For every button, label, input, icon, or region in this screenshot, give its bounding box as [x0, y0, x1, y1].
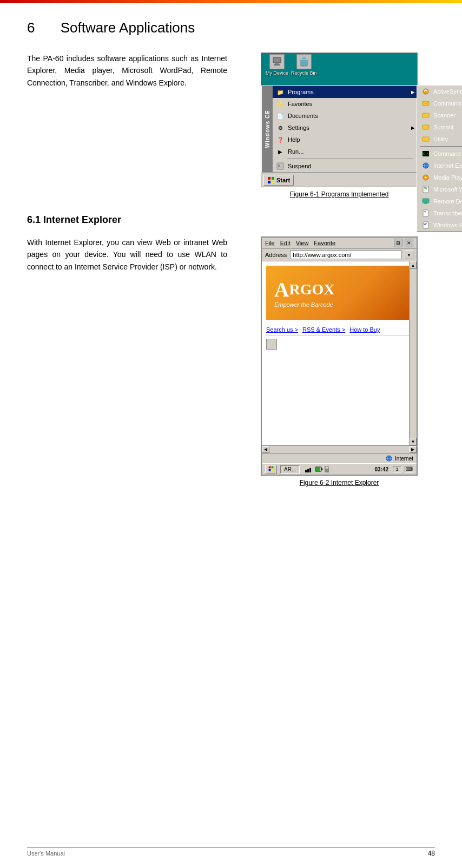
argox-tagline: Empower the Barcode — [274, 301, 333, 308]
intro-text: The PA-60 includes software applications… — [27, 52, 227, 89]
activesync-icon — [421, 87, 430, 96]
communication-icon — [421, 99, 430, 108]
figure1-column: My Device Recycle Bin — [243, 52, 435, 198]
ie-toolbar-icon1[interactable]: ⊞ — [394, 239, 402, 247]
ie-internet-label: Internet — [395, 456, 413, 462]
menu-item-run[interactable]: ▶ Run... — [273, 146, 417, 157]
ie-keyboard-indicator[interactable]: 1 — [393, 466, 401, 472]
mediaplayer-label: Media Player — [433, 174, 462, 181]
menu-item-suspend[interactable]: ⏸ Suspend — [273, 160, 417, 172]
menu-item-favorites[interactable]: ⭐ Favorites — [273, 98, 417, 110]
start-button[interactable]: Start — [263, 175, 294, 186]
svg-rect-34 — [272, 466, 274, 469]
svg-rect-1 — [275, 63, 279, 64]
svg-rect-3 — [301, 60, 307, 66]
wince-screenshot: My Device Recycle Bin — [261, 52, 418, 187]
menu-items-list: 📁 Programs ▶ ActiveSync ▶ — [273, 86, 417, 172]
wince-desktop: My Device Recycle Bin — [261, 53, 417, 86]
recycle-bin-icon: Recycle Bin — [291, 54, 317, 76]
ie-content-inner: A RGOX Empower the Barcode Search us > R… — [262, 261, 417, 357]
ie-icon — [421, 161, 430, 170]
ie-menu-favorite[interactable]: Favorite — [314, 240, 335, 246]
ie-scrollbar-horizontal[interactable]: ◀ ▶ — [262, 445, 417, 453]
ie-link-buy[interactable]: How to Buy — [349, 326, 380, 333]
ie-bottom-taskbar: AR... — [262, 463, 417, 475]
cmdprompt-icon: C:\ — [421, 149, 430, 158]
svg-rect-2 — [274, 64, 280, 65]
battery-icon — [315, 466, 322, 472]
submenu-item-mediaplayer[interactable]: Media Player — [417, 172, 462, 183]
communication-label: Communication — [433, 100, 462, 107]
figure1-caption: Figure 6-1 Programs Implemented — [290, 190, 389, 198]
transcriber-icon: T — [421, 209, 430, 218]
lock-icon — [324, 466, 330, 472]
ie-scroll-down[interactable]: ▼ — [410, 438, 417, 445]
wordpad-label: Microsoft WordPad — [433, 186, 462, 193]
svg-rect-5 — [302, 57, 306, 59]
windowsexplorer-label: Windows Explorer — [433, 222, 462, 228]
argox-logo: A RGOX — [274, 278, 334, 301]
footer-page: 48 — [428, 850, 435, 857]
ie-scroll-right[interactable]: ▶ — [409, 446, 417, 453]
svg-rect-42 — [321, 468, 322, 470]
run-label: Run... — [288, 148, 303, 155]
svg-rect-43 — [316, 468, 320, 471]
ie-link-rss[interactable]: RSS & Events > — [302, 326, 345, 333]
my-device-icon: My Device — [266, 54, 288, 76]
submenu-item-windowsexplorer[interactable]: W Windows Explorer — [417, 219, 462, 231]
submenu-item-utility[interactable]: Utility ▶ — [417, 133, 462, 145]
help-label: Help — [288, 136, 300, 143]
ie-link-search[interactable]: Search us > — [266, 326, 298, 333]
submenu-item-transcriber[interactable]: T Transcriber — [417, 207, 462, 219]
documents-label: Documents — [288, 113, 318, 119]
figure2-caption: Figure 6-2 Internet Explorer — [300, 479, 379, 486]
ie-close-icon[interactable]: ✕ — [405, 239, 413, 247]
svg-rect-8 — [423, 113, 429, 117]
menu-item-settings[interactable]: ⚙ Settings ▶ — [273, 122, 417, 134]
svg-rect-39 — [309, 468, 311, 472]
svg-rect-19 — [423, 199, 429, 203]
menu-item-programs[interactable]: 📁 Programs ▶ ActiveSync ▶ — [273, 86, 417, 98]
submenu-item-remotedesktop[interactable]: Remote Desktop... — [417, 195, 462, 207]
ie-address-input[interactable]: http://www.argox.com/ — [290, 251, 401, 259]
ie-scroll-left[interactable]: ◀ — [262, 446, 269, 453]
submenu-item-summit[interactable]: Summit ▶ — [417, 121, 462, 133]
submenu-item-wordpad[interactable]: W Microsoft WordPad — [417, 183, 462, 195]
section61-title: 6.1 Internet Explorer — [27, 214, 435, 226]
submenu-item-cmdprompt[interactable]: C:\ Command Prompt — [417, 148, 462, 160]
svg-rect-27 — [268, 177, 270, 180]
svg-rect-28 — [272, 177, 274, 180]
svg-text:C:\: C:\ — [423, 152, 429, 155]
submenu-item-activesync[interactable]: ActiveSync ▶ — [417, 86, 462, 97]
svg-rect-35 — [269, 469, 271, 471]
svg-rect-29 — [268, 181, 270, 183]
svg-text:W: W — [424, 187, 427, 190]
ie-task-app-button[interactable]: AR... — [280, 465, 300, 474]
svg-text:⏸: ⏸ — [278, 164, 281, 168]
submenu-item-ie[interactable]: Internet Explorer — [417, 160, 462, 172]
start-label: Start — [276, 177, 290, 183]
section61-row: With Internet Explorer, you can view Web… — [27, 236, 435, 486]
ie-clock: 03:42 — [374, 466, 388, 472]
submenu-item-scanner[interactable]: Scanner ▶ — [417, 109, 462, 121]
menu-item-help[interactable]: ❓ Help — [273, 134, 417, 146]
ie-menu-file[interactable]: File — [265, 240, 275, 246]
ie-placeholder-icon — [266, 339, 277, 350]
start-menu-sidebar: Windows CE — [262, 86, 273, 172]
svg-rect-37 — [305, 470, 307, 472]
ie-start-button[interactable] — [265, 465, 277, 474]
ie-go-button[interactable]: ▼ — [405, 251, 413, 259]
ie-scrollbar-vertical[interactable]: ▲ ▼ — [409, 261, 417, 445]
ie-address-label: Address — [265, 252, 287, 258]
ie-scroll-up[interactable]: ▲ — [410, 261, 417, 269]
sidebar-text: Windows CE — [265, 110, 270, 148]
ie-menu-edit[interactable]: Edit — [280, 240, 291, 246]
submenu-item-communication[interactable]: Communication ▶ — [417, 97, 462, 109]
ie-menu-view[interactable]: View — [296, 240, 309, 246]
ie-input-indicator[interactable]: ⌨ — [405, 466, 413, 472]
menu-item-documents[interactable]: 📄 Documents — [273, 110, 417, 122]
svg-rect-30 — [272, 181, 274, 183]
windows-flag-icon — [267, 176, 275, 184]
suspend-label: Suspend — [288, 163, 311, 169]
summit-label: Summit — [433, 124, 453, 130]
